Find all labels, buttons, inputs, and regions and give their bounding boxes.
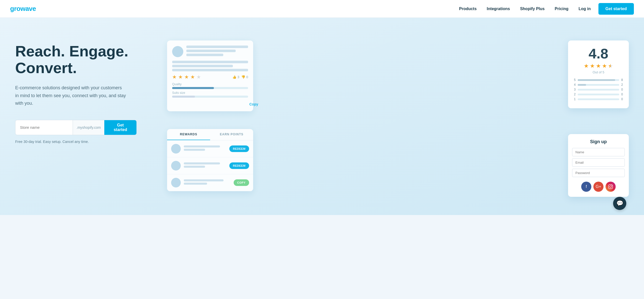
rating-bar-fill-4 bbox=[578, 84, 586, 86]
rating-label-4: 4 bbox=[573, 83, 576, 87]
reward-line-2a bbox=[184, 162, 220, 164]
reward-line-1a bbox=[184, 145, 220, 147]
star-5-empty: ★ bbox=[196, 74, 201, 80]
review-stars-row: ★ ★ ★ ★ ★ 👍 3 👎 0 bbox=[172, 74, 248, 80]
suits-size-bar bbox=[172, 96, 248, 98]
thumbs-up: 👍 3 bbox=[232, 75, 239, 79]
signup-password-input[interactable] bbox=[572, 169, 625, 177]
rating-bar-bg-3 bbox=[578, 89, 619, 91]
chat-button[interactable]: 💬 bbox=[613, 197, 626, 210]
copy-button-rewards[interactable]: COPY bbox=[234, 179, 249, 186]
review-line-3 bbox=[186, 54, 223, 56]
copy-button[interactable]: Copy bbox=[249, 102, 258, 106]
nav-pricing[interactable]: Pricing bbox=[555, 7, 568, 11]
rating-count-1: 0 bbox=[621, 97, 624, 101]
logo-w: w bbox=[20, 5, 25, 12]
rating-label-3: 3 bbox=[573, 88, 576, 91]
rating-bar-bg-4 bbox=[578, 84, 619, 86]
rating-bar-bg-1 bbox=[578, 98, 619, 100]
redeem-button-1[interactable]: REDEEM bbox=[229, 145, 249, 152]
rating-row-2: 2 0 bbox=[573, 93, 624, 96]
review-body-line-3 bbox=[172, 69, 248, 71]
review-body-line-1 bbox=[172, 61, 248, 63]
rewards-tabs: REWARDS EARN POINTS bbox=[167, 129, 253, 140]
hero-left-content: Reach. Engage. Convert. E-commerce solut… bbox=[15, 33, 142, 144]
rewards-widget: REWARDS EARN POINTS REDEEM REDEEM bbox=[167, 129, 253, 191]
star-3: ★ bbox=[184, 74, 189, 80]
review-widget: ★ ★ ★ ★ ★ 👍 3 👎 0 Quality Suits size bbox=[167, 40, 253, 111]
review-lines bbox=[186, 46, 248, 58]
reward-bar-group-3 bbox=[184, 179, 231, 186]
rating-label-1: 1 bbox=[573, 97, 576, 101]
big-stars-row: ★ ★ ★ ★ ★ bbox=[573, 63, 624, 69]
reward-avatar-2 bbox=[171, 161, 181, 170]
reward-item-1: REDEEM bbox=[167, 140, 253, 157]
big-star-3: ★ bbox=[596, 63, 601, 69]
review-body-line-2 bbox=[172, 65, 233, 67]
reward-avatar-1 bbox=[171, 144, 181, 154]
signup-name-input[interactable] bbox=[572, 148, 625, 156]
facebook-signup-button[interactable]: f bbox=[581, 182, 591, 192]
rating-bar-bg-2 bbox=[578, 94, 619, 95]
instagram-icon bbox=[608, 184, 613, 189]
reward-line-3a bbox=[184, 179, 224, 181]
nav-shopify-plus[interactable]: Shopify Plus bbox=[520, 7, 545, 11]
instagram-signup-button[interactable] bbox=[606, 182, 616, 192]
signup-widget: Sign up f G+ bbox=[568, 134, 629, 197]
nav-login[interactable]: Log in bbox=[579, 7, 591, 11]
store-name-input[interactable] bbox=[15, 120, 73, 135]
review-line-1 bbox=[186, 46, 248, 48]
hero-section: Reach. Engage. Convert. E-commerce solut… bbox=[0, 18, 644, 215]
rating-count-5: 8 bbox=[621, 78, 624, 82]
google-plus-signup-button[interactable]: G+ bbox=[593, 182, 603, 192]
store-cta-button[interactable]: Get started bbox=[104, 120, 136, 135]
trial-text: Free 30-day trial. Easy setup. Cancel an… bbox=[15, 140, 142, 144]
social-buttons-row: f G+ bbox=[572, 182, 625, 192]
rating-row-1: 1 0 bbox=[573, 97, 624, 101]
reviewer-avatar bbox=[172, 46, 183, 57]
reward-avatar-3 bbox=[171, 178, 181, 187]
redeem-button-2[interactable]: REDEEM bbox=[229, 162, 249, 169]
quality-bar bbox=[172, 87, 248, 89]
big-star-1: ★ bbox=[584, 63, 589, 69]
rating-row-5: 5 8 bbox=[573, 78, 624, 82]
rating-count-3: 0 bbox=[621, 88, 624, 91]
signup-email-input[interactable] bbox=[572, 158, 625, 167]
rewards-tab-earn-points[interactable]: EARN POINTS bbox=[210, 129, 253, 140]
store-form: .myshopify.com Get started bbox=[15, 120, 137, 135]
nav-products[interactable]: Products bbox=[459, 7, 477, 11]
thumbs-down: 👎 0 bbox=[241, 75, 248, 79]
rating-bar-fill-5 bbox=[578, 79, 615, 81]
star-4: ★ bbox=[190, 74, 195, 80]
logo[interactable]: growave bbox=[10, 5, 36, 13]
hero-subtext: E-commerce solutions designed with your … bbox=[15, 84, 127, 107]
star-2: ★ bbox=[178, 74, 183, 80]
rating-count-4: 2 bbox=[621, 83, 624, 87]
reward-line-1b bbox=[184, 149, 205, 151]
copy-bar: Copy bbox=[172, 100, 258, 106]
hero-right-content: ★ ★ ★ ★ ★ 👍 3 👎 0 Quality Suits size bbox=[142, 33, 629, 215]
reward-bar-group-1 bbox=[184, 145, 226, 152]
rating-count-2: 0 bbox=[621, 93, 624, 96]
quality-section: Quality Suits size bbox=[172, 82, 248, 98]
rating-row-3: 3 0 bbox=[573, 88, 624, 91]
review-line-2 bbox=[186, 50, 236, 52]
logo-text: growave bbox=[10, 5, 36, 12]
review-header bbox=[172, 46, 248, 58]
nav-links: Products Integrations Shopify Plus Prici… bbox=[459, 7, 591, 11]
hero-heading: Reach. Engage. Convert. bbox=[15, 43, 142, 76]
rating-label-5: 5 bbox=[573, 78, 576, 82]
nav-integrations[interactable]: Integrations bbox=[487, 7, 510, 11]
rating-bars: 5 8 4 2 3 bbox=[573, 78, 624, 101]
rewards-tab-rewards[interactable]: REWARDS bbox=[167, 129, 210, 140]
signup-title: Sign up bbox=[572, 139, 625, 144]
rating-summary-widget: 4.8 ★ ★ ★ ★ ★ Out of 5 5 8 4 bbox=[568, 40, 629, 108]
big-star-2: ★ bbox=[590, 63, 595, 69]
navbar-cta-button[interactable]: Get started bbox=[598, 3, 634, 15]
rating-label-2: 2 bbox=[573, 93, 576, 96]
reward-line-2b bbox=[184, 166, 205, 168]
suits-size-label: Suits size bbox=[172, 91, 248, 95]
reward-line-3b bbox=[184, 183, 207, 185]
big-star-5-half: ★ bbox=[608, 63, 613, 69]
reward-item-3: COPY bbox=[167, 174, 253, 191]
